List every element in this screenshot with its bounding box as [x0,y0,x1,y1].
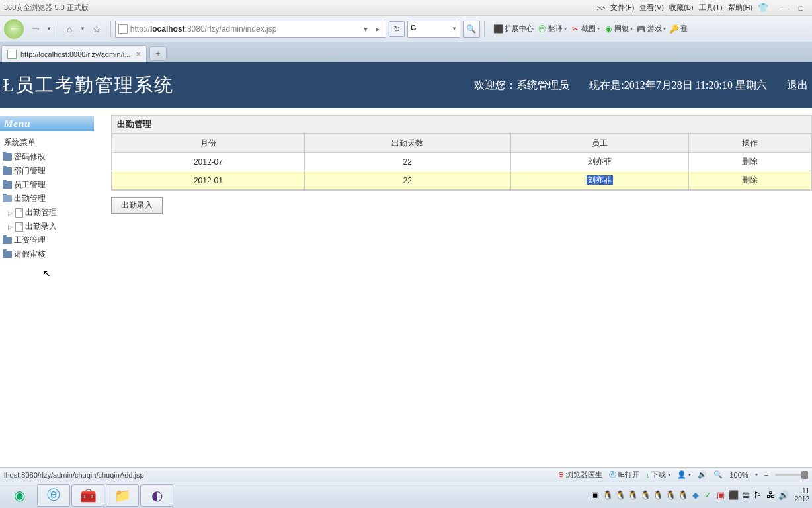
home-dropdown-icon[interactable]: ▼ [80,26,85,32]
new-tab-button[interactable]: + [149,46,167,61]
address-bar[interactable]: http://localhost:8080/rlzy/admin/index.j… [115,21,386,38]
tray-icon[interactable]: ▣ [715,490,726,501]
minimize-button[interactable]: — [778,3,792,13]
menu-help[interactable]: 帮助(H) [728,3,752,13]
url-dropdown-icon[interactable]: ▾ [360,24,371,34]
browser-title: 360安全浏览器 5.0 正式版 [4,3,89,13]
zoom-value: 100% [729,471,748,479]
content-area: 出勤管理 月份 出勤天数 员工 操作 2012-07 22 刘亦菲 [94,108,812,463]
app-title: Ł员工考勤管理系统 [0,73,174,98]
system-tray: ▣ 🐧 🐧 🐧 🐧 🐧 🐧 🐧 ◆ ✓ ▣ ⬛ ▤ 🏳 🖧 🔊 11 2012 [590,487,809,503]
taskbar-clock[interactable]: 11 2012 [795,487,809,503]
history-dropdown-icon[interactable]: ▼ [46,26,52,32]
logout-link[interactable]: 退出 [787,79,808,93]
zoom-icon[interactable]: 🔍 [713,470,723,479]
task-ie[interactable]: ◉ [3,484,36,507]
sidebar: Menu 系统菜单 密码修改 部门管理 员工管理 出勤管理 ▷出勤管理 ▷出勤录… [0,108,94,463]
sidebar-item-leave[interactable]: 请假审核 [3,247,91,261]
table-row: 2012-07 22 刘亦菲 删除 [112,153,811,171]
welcome-text: 欢迎您：系统管理员 [474,79,569,93]
folder-icon [3,181,12,189]
favorites-button[interactable]: ☆ [88,20,106,38]
volume-icon[interactable]: 🔊 [698,470,707,479]
tray-icon[interactable]: ⬛ [728,490,739,501]
attendance-table: 月份 出勤天数 员工 操作 2012-07 22 刘亦菲 删除 2012-01 [112,134,811,190]
panel-title: 出勤管理 [111,115,812,133]
ie-open[interactable]: ⓔIE打开 [609,470,639,480]
ext-game[interactable]: 🎮游戏▾ [637,24,666,34]
table-row: 2012-01 22 刘亦菲 删除 [112,171,811,190]
col-employee: 员工 [510,134,688,153]
menu-file[interactable]: 文件(F) [610,3,634,13]
cell-month: 2012-07 [112,153,305,171]
delete-link[interactable]: 删除 [742,175,758,185]
browser-doctor[interactable]: ⊕浏览器医生 [558,470,602,480]
sidebar-item-attendance[interactable]: 出勤管理 [3,192,91,206]
menu-tools[interactable]: 工具(T) [699,3,723,13]
forward-button[interactable]: → [26,20,45,38]
task-explorer[interactable]: 📁 [106,484,139,507]
zoom-out-icon[interactable]: − [764,471,768,479]
download[interactable]: ↓下载▾ [646,470,671,480]
tray-icon[interactable]: ✓ [703,490,713,501]
zoom-slider[interactable] [775,474,808,476]
file-icon [15,222,23,232]
tray-qq-icon[interactable]: 🐧 [628,490,638,501]
chevron-right-icon[interactable]: >> [596,4,605,12]
back-button[interactable]: ← [4,19,24,39]
tray-qq-icon[interactable]: 🐧 [602,490,613,501]
folder-icon [3,237,12,244]
ext-center[interactable]: ⬛扩展中心 [494,24,534,34]
tray-qq-icon[interactable]: 🐧 [678,490,688,501]
tray-flag-icon[interactable]: 🏳 [753,490,764,501]
cell-employee: 刘亦菲 [510,153,688,171]
tray-icon[interactable]: ◆ [690,490,701,501]
tray-qq-icon[interactable]: 🐧 [665,490,676,501]
menu-header: Menu [0,116,94,131]
delete-link[interactable]: 删除 [742,157,758,166]
mute-icon[interactable]: 👤▾ [677,470,691,479]
tray-qq-icon[interactable]: 🐧 [615,490,626,501]
menu-favorites[interactable]: 收藏(B) [669,3,694,13]
refresh-button[interactable]: ↻ [389,21,405,37]
ext-screenshot[interactable]: ✂截图▾ [571,24,600,34]
tray-network-icon[interactable]: 🖧 [766,490,776,501]
tree-arrow-icon: ▷ [8,224,13,230]
sidebar-item-employee[interactable]: 员工管理 [3,178,91,192]
go-button-icon[interactable]: ▸ [372,24,383,34]
home-button[interactable]: ⌂ [60,20,79,38]
browser-tab[interactable]: http://localhost:8080/rlzy/admin/i... × [1,45,147,62]
task-app1[interactable]: 🧰 [71,484,104,507]
attendance-entry-button[interactable]: 出勤录入 [111,197,163,214]
sidebar-item-password[interactable]: 密码修改 [3,150,91,164]
sidebar-item-salary[interactable]: 工资管理 [3,233,91,247]
ext-translate[interactable]: ㊥翻译▾ [538,24,567,34]
google-icon [411,24,421,34]
tray-icon[interactable]: ▣ [590,490,600,501]
tree-arrow-icon: ▷ [8,210,13,216]
search-dropdown-icon[interactable]: ▼ [452,26,457,32]
menu-view[interactable]: 查看(V) [639,3,664,13]
task-browser[interactable]: ⓔ [37,484,70,507]
cell-month: 2012-01 [112,171,305,190]
task-eclipse[interactable]: ◐ [140,484,173,507]
search-button[interactable]: 🔍 [463,21,480,38]
cell-employee: 刘亦菲 [510,171,688,190]
tray-icon[interactable]: ▤ [741,490,751,501]
maximize-button[interactable]: □ [793,3,808,13]
ext-bank[interactable]: ◉网银▾ [604,24,633,34]
zoom-dropdown-icon[interactable]: ▾ [755,472,758,478]
col-action: 操作 [689,134,811,153]
tray-volume-icon[interactable]: 🔊 [778,490,789,501]
sidebar-child-attendance-entry[interactable]: ▷出勤录入 [3,220,91,233]
tray-qq-icon[interactable]: 🐧 [653,490,663,501]
folder-icon [3,153,12,161]
divider [484,21,485,37]
skin-icon[interactable]: 👕 [758,3,768,13]
sidebar-item-dept[interactable]: 部门管理 [3,164,91,178]
search-box[interactable]: ▼ [407,21,460,38]
sidebar-child-attendance-manage[interactable]: ▷出勤管理 [3,206,91,220]
close-tab-icon[interactable]: × [136,49,141,59]
tray-qq-icon[interactable]: 🐧 [640,490,651,501]
ext-login[interactable]: 🔑登 [670,24,688,34]
